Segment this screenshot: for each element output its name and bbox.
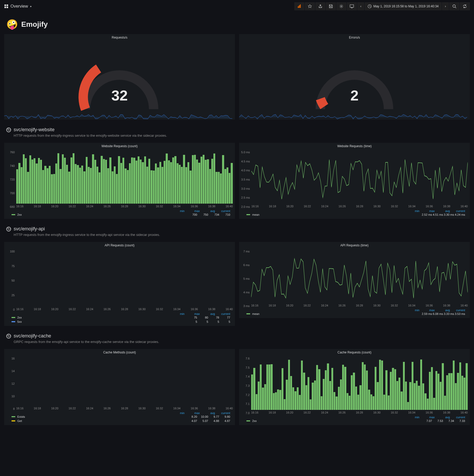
x-axis: 16:1616:1816:2016:2216:2416:2616:2816:30… (16, 204, 233, 208)
svg-rect-1 (7, 4, 8, 6)
panel-title: Website Requests (time) (239, 143, 470, 150)
svg-rect-3 (7, 7, 8, 8)
legend-row[interactable]: Exists 8.2010.009.779.80 (12, 415, 232, 419)
panel-title: Website Requests (count) (4, 143, 235, 150)
share-button[interactable] (315, 2, 325, 10)
legend: minmaxavgcurrent Exists 8.2010.009.779.8… (4, 410, 235, 425)
time-range-button[interactable]: May 1, 2019 16:15:58 to May 1, 2019 16:4… (365, 2, 441, 10)
legend-row[interactable]: 2xx 75807877 (12, 315, 232, 320)
section-desc: GRPC requests from the emojify-api servi… (14, 340, 468, 344)
legend: minmaxavgcurrent 2xx 700750734710 (4, 208, 235, 219)
legend: minmaxavgcurrent mean 2.59 ms6.08 ms3.33… (239, 308, 470, 318)
y-axis: 161412108 (6, 357, 16, 410)
chart-panel[interactable]: Cache Methods (count) 161412108 16:1616:… (4, 349, 235, 425)
dashboard-title[interactable]: Overview (10, 4, 28, 9)
svg-rect-6 (300, 4, 301, 8)
svg-point-10 (453, 5, 455, 7)
section-desc: HTTP requests from the emojify-ingress s… (14, 134, 468, 137)
sparkline (239, 104, 467, 120)
section-desc: HTTP requests from the emojify-ingress s… (14, 233, 468, 237)
star-button[interactable] (305, 2, 315, 10)
section-1: svc/emojify-api HTTP requests from the e… (4, 221, 470, 242)
chart-panel[interactable]: Cache Requests (count) 7.67.57.47.37.27.… (239, 349, 470, 425)
refresh-icon (6, 128, 11, 132)
refresh-icon (6, 227, 11, 231)
y-axis: 5.0 ms4.5 ms4.0 ms3.5 ms3.0 ms2.5 ms2.0 … (241, 151, 251, 208)
sparkline (4, 104, 232, 120)
section-title: svc/emojify-website (14, 127, 55, 133)
hero: 🤪 Emojify (4, 13, 470, 34)
refresh-button[interactable] (460, 2, 470, 10)
svg-rect-0 (4, 4, 6, 6)
section-2: svc/emojify-cache GRPC requests from the… (4, 328, 470, 349)
refresh-icon (6, 334, 11, 339)
svg-rect-5 (299, 5, 300, 8)
chart-panel[interactable]: API Requests (time) 7 ms6 ms5 ms4 ms3 ms… (239, 242, 470, 318)
panel-title: API Requests (time) (239, 242, 470, 249)
chart-panel[interactable]: Website Requests (time) 5.0 ms4.5 ms4.0 … (239, 143, 470, 219)
panel-add-button[interactable] (294, 2, 304, 10)
x-axis: 16:1616:1816:2016:2216:2416:2616:2816:30… (251, 303, 468, 308)
panel-title: Errors/s (239, 34, 470, 41)
x-axis: 16:1616:1816:2016:2216:2416:2616:2816:30… (16, 406, 233, 410)
svg-rect-4 (298, 6, 299, 8)
section-0: svc/emojify-website HTTP requests from t… (4, 122, 470, 143)
legend: minmaxavgcurrent 2xx 7.077.537.347.33 (239, 415, 470, 425)
page-title: Emojify (21, 20, 48, 29)
panel-title: Cache Methods (count) (4, 349, 235, 356)
chart-panel[interactable]: API Requests (count) 1007550250 16:1616:… (4, 242, 235, 326)
x-axis: 16:1616:1816:2016:2216:2416:2616:2816:30… (251, 204, 468, 208)
legend-row[interactable]: mean 2.59 ms6.08 ms3.33 ms3.53 ms (246, 312, 467, 316)
legend-row[interactable]: mean 2.52 ms4.51 ms3.30 ms4.24 ms (246, 213, 467, 217)
hero-emoji: 🤪 (6, 19, 18, 30)
y-axis: 760740720700680 (6, 151, 16, 208)
gauge-value: 32 (111, 87, 128, 104)
toolbar: Overview ▾ ‹ May 1, 2019 16:15:58 to May… (0, 0, 474, 13)
chevron-down-icon[interactable]: ▾ (30, 5, 31, 8)
y-axis: 1007550250 (6, 250, 16, 311)
gauge-panel-0[interactable]: Requests/s 32 (4, 34, 235, 120)
chart-panel[interactable]: Website Requests (count) 760740720700680… (4, 143, 235, 219)
gauge-panel-1[interactable]: Errors/s 2 (239, 34, 470, 120)
svg-rect-2 (4, 7, 6, 8)
svg-point-7 (341, 6, 342, 7)
section-title: svc/emojify-cache (14, 333, 51, 339)
panel-title: Cache Requests (count) (239, 349, 470, 356)
x-axis: 16:1616:1816:2016:2216:2416:2616:2816:30… (251, 410, 468, 415)
y-axis: 7.67.57.47.37.27.17.0 (241, 357, 251, 415)
time-next-button[interactable]: › (442, 2, 449, 10)
settings-button[interactable] (336, 2, 346, 10)
time-prev-button[interactable]: ‹ (357, 2, 364, 10)
panel-title: API Requests (count) (4, 242, 235, 249)
y-axis: 7 ms6 ms5 ms4 ms3 ms (241, 250, 251, 308)
legend: minmaxavgcurrent 2xx 75807877 5xx 5555 (4, 311, 235, 326)
legend-row[interactable]: 5xx 5555 (12, 320, 232, 324)
legend-row[interactable]: 2xx 7.077.537.347.33 (246, 419, 467, 423)
svg-rect-8 (350, 5, 354, 7)
panel-title: Requests/s (4, 34, 235, 41)
zoom-out-button[interactable] (449, 2, 459, 10)
x-axis: 16:1616:1816:2016:2216:2416:2616:2816:30… (16, 306, 233, 311)
tv-mode-button[interactable] (347, 2, 357, 10)
dashboard-icon (4, 4, 8, 8)
legend-row[interactable]: Get 4.075.074.884.87 (12, 419, 232, 423)
legend-row[interactable]: 2xx 700750734710 (12, 213, 232, 217)
gauge-value: 2 (350, 87, 358, 104)
toolbar-left: Overview ▾ (4, 4, 31, 9)
legend: minmaxavgcurrent mean 2.52 ms4.51 ms3.30… (239, 208, 470, 219)
section-title: svc/emojify-api (14, 226, 45, 232)
save-button[interactable] (326, 2, 336, 10)
toolbar-right: ‹ May 1, 2019 16:15:58 to May 1, 2019 16… (294, 2, 470, 10)
